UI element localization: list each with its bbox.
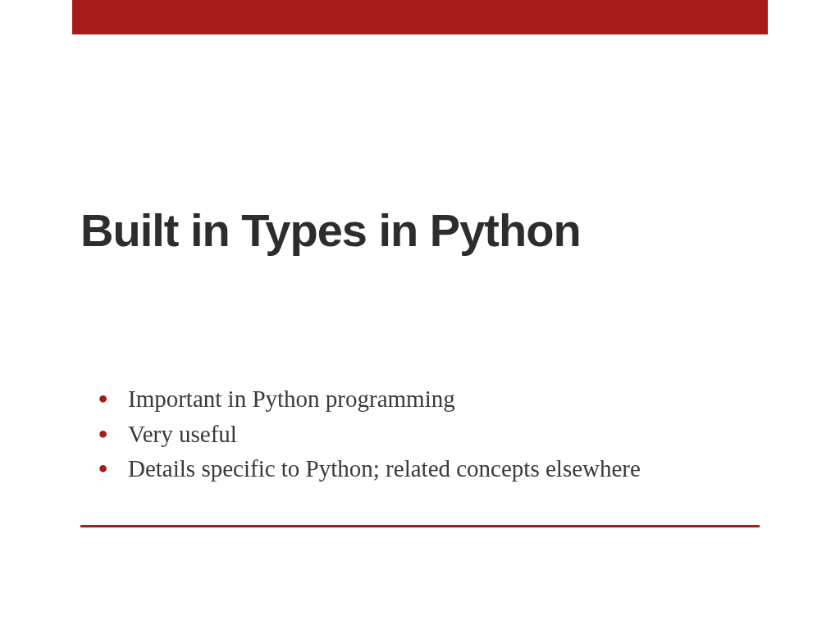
slide-title: Built in Types in Python <box>80 203 581 257</box>
bullet-list: Important in Python programming Very use… <box>98 382 641 487</box>
list-item: Important in Python programming <box>98 382 641 416</box>
slide-content: Built in Types in Python Important in Py… <box>0 0 840 630</box>
list-item: Details specific to Python; related conc… <box>98 452 641 486</box>
horizontal-divider <box>80 525 760 527</box>
list-item: Very useful <box>98 418 641 451</box>
